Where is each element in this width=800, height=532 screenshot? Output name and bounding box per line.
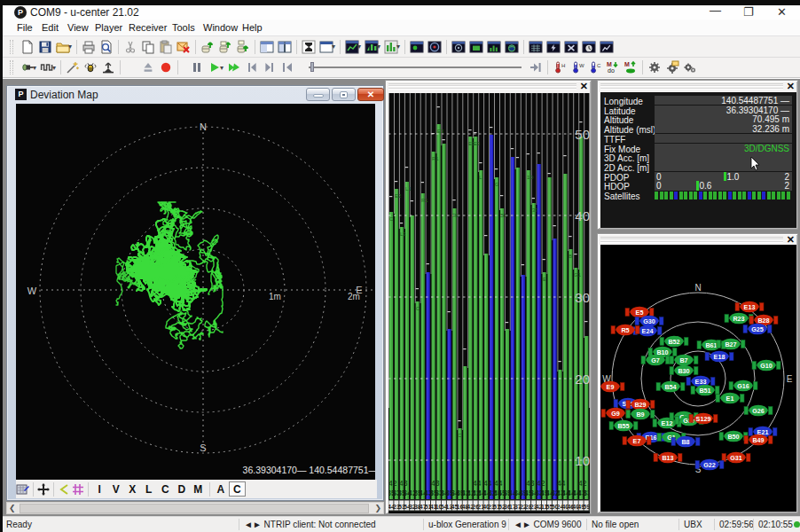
svg-text:44: 44 (483, 479, 492, 488)
svg-text:G30: G30 (643, 317, 655, 325)
svg-text:20: 20 (575, 372, 590, 387)
svg-text:R23: R23 (733, 315, 744, 323)
svg-text:G31: G31 (730, 454, 742, 462)
svg-text:E: E (543, 277, 546, 282)
svg-text:N: N (200, 121, 207, 132)
svg-text:B61: B61 (705, 341, 717, 349)
svg-text:L1: L1 (405, 186, 412, 192)
svg-text:33: 33 (583, 489, 590, 497)
svg-text:B54: B54 (664, 383, 676, 391)
svg-text:43: 43 (431, 479, 440, 488)
svg-text:B7: B7 (679, 356, 687, 364)
svg-text:59: 59 (583, 503, 590, 511)
svg-text:1D: 1D (527, 175, 534, 180)
svg-text:H: H (561, 63, 565, 68)
svg-text:W: W (579, 63, 584, 68)
svg-text:B30: B30 (678, 367, 689, 375)
svg-text:G9: G9 (611, 410, 620, 418)
svg-text:B52: B52 (668, 338, 679, 346)
svg-text:G: G (495, 182, 499, 187)
svg-text:G7: G7 (651, 356, 660, 364)
svg-text:C: C (416, 306, 420, 311)
svg-text:G25: G25 (751, 325, 764, 333)
svg-text:B9: B9 (636, 411, 644, 419)
svg-text:43: 43 (526, 479, 535, 488)
svg-text:37: 37 (532, 207, 538, 213)
svg-text:B55: B55 (617, 422, 629, 430)
svg-text:44: 44 (494, 479, 503, 488)
svg-text:43: 43 (399, 479, 408, 488)
svg-text:50: 50 (575, 127, 590, 142)
svg-text:B: B (569, 254, 572, 259)
svg-text:do: do (608, 67, 615, 74)
svg-text:42: 42 (578, 479, 587, 488)
svg-text:R5: R5 (621, 326, 629, 334)
svg-text:B49: B49 (752, 436, 764, 444)
svg-text:G16: G16 (737, 382, 749, 390)
svg-text:G1: G1 (574, 272, 582, 278)
svg-text:E7: E7 (633, 437, 641, 445)
svg-text:E13: E13 (744, 303, 756, 311)
svg-text:R1: R1 (421, 198, 428, 203)
svg-text:44: 44 (473, 479, 482, 488)
svg-text:1m: 1m (269, 292, 281, 301)
svg-text:C: C (389, 216, 394, 222)
svg-text:L3: L3 (400, 231, 406, 237)
svg-text:2m: 2m (348, 292, 360, 301)
svg-text:E3: E3 (474, 141, 481, 146)
svg-text:30: 30 (575, 290, 590, 305)
svg-text:G10: G10 (760, 362, 773, 370)
svg-text:R2: R2 (452, 213, 459, 218)
svg-text:10: 10 (575, 453, 590, 468)
svg-text:B1: B1 (500, 213, 507, 218)
svg-text:G22: G22 (703, 461, 716, 469)
svg-text:42: 42 (537, 479, 545, 488)
svg-text:S: S (200, 442, 206, 453)
svg-text:N: N (694, 283, 701, 293)
svg-text:E18: E18 (714, 353, 725, 361)
svg-text:42: 42 (388, 479, 397, 488)
svg-text:E: E (787, 374, 793, 384)
svg-text:R1: R1 (432, 156, 439, 161)
svg-text:B50: B50 (727, 433, 739, 441)
svg-text:E2: E2 (395, 193, 402, 199)
svg-text:B28: B28 (757, 317, 769, 325)
svg-text:E1: E1 (726, 395, 734, 403)
svg-text:E24: E24 (642, 327, 654, 335)
svg-text:E5: E5 (636, 309, 644, 317)
svg-text:S129: S129 (696, 415, 711, 423)
svg-text:36.39304170— 140.54487751—: 36.39304170— 140.54487751— (243, 465, 375, 475)
svg-text:B13: B13 (662, 454, 673, 462)
svg-text:C: C (458, 433, 462, 438)
svg-text:44: 44 (557, 479, 566, 488)
svg-text:M: M (624, 61, 630, 67)
svg-text:M: M (607, 61, 612, 67)
svg-text:C: C (597, 63, 601, 68)
svg-text:B29: B29 (634, 401, 646, 409)
svg-text:B51: B51 (699, 387, 710, 395)
svg-text:B27: B27 (725, 340, 736, 348)
svg-text:E3: E3 (437, 129, 444, 134)
svg-text:E33: E33 (695, 378, 707, 386)
svg-text:W: W (27, 286, 37, 296)
svg-text:B8: B8 (681, 438, 689, 446)
svg-text:40: 40 (575, 208, 590, 223)
svg-text:G26: G26 (752, 407, 765, 415)
svg-text:E9: E9 (607, 383, 615, 391)
